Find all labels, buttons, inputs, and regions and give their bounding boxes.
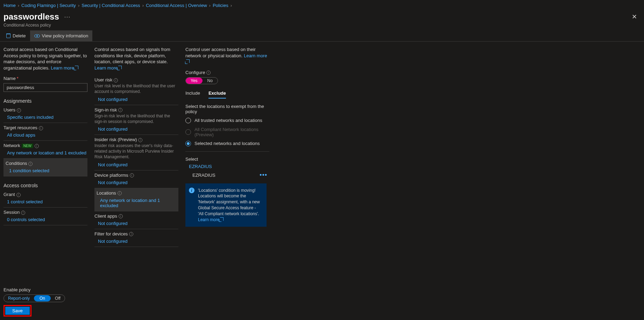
page-subtitle: Conditional Access policy [0, 23, 644, 30]
delete-button[interactable]: Delete [2, 30, 30, 41]
external-link-icon [186, 59, 190, 63]
policy-name-input[interactable] [3, 83, 87, 92]
session-link[interactable]: 0 controls selected [7, 217, 45, 222]
network-link[interactable]: Any network or location and 1 excluded [7, 150, 86, 155]
external-link-icon [118, 66, 122, 69]
column-conditions: Control access based on signals from con… [94, 46, 178, 247]
policy-description: Control access based on Conditional Acce… [3, 46, 87, 71]
learn-more-link[interactable]: Learn more [51, 65, 78, 71]
device-platforms-section[interactable]: Device platforms Not configured [94, 170, 178, 188]
insider-risk-section[interactable]: Insider risk (Preview) Insider risk asse… [94, 135, 178, 170]
target-resources-link[interactable]: All cloud apps [7, 132, 35, 138]
close-icon[interactable]: ✕ [628, 11, 641, 23]
toolbar: Delete View policy information [0, 30, 644, 42]
name-label: Name* [3, 76, 87, 81]
tab-exclude[interactable]: Exclude [208, 90, 226, 99]
conditions-section[interactable]: Conditions 1 condition selected [3, 159, 87, 176]
footer: Enable policy Report-only On Off Save [3, 287, 65, 317]
info-banner: i 'Locations' condition is moving! Locat… [185, 183, 267, 227]
external-link-icon [75, 66, 78, 69]
breadcrumb-item[interactable]: Policies [213, 3, 228, 8]
eye-icon [34, 34, 40, 38]
info-icon[interactable] [17, 108, 21, 112]
external-link-icon [220, 217, 224, 221]
configure-yes[interactable]: Yes [186, 78, 203, 84]
more-menu-icon[interactable]: ⋯ [64, 13, 70, 21]
save-highlight: Save [3, 305, 31, 317]
locations-link[interactable]: Any network or location and 1 excluded [100, 198, 160, 208]
filter-devices-link[interactable]: Not configured [98, 239, 128, 244]
signin-risk-section[interactable]: Sign-in risk Sign-in risk level is the l… [94, 105, 178, 135]
access-controls-heading: Access controls [3, 183, 87, 188]
selected-location-row: EZRADIUS ••• [185, 169, 269, 181]
info-icon[interactable] [118, 108, 122, 112]
radio-selected-networks[interactable]: Selected networks and locations [185, 141, 269, 146]
save-button[interactable]: Save [5, 307, 30, 315]
radio-compliant-network: All Compliant Network locations (Preview… [185, 127, 269, 137]
insider-risk-link[interactable]: Not configured [98, 162, 128, 167]
radio-icon [185, 129, 191, 135]
locations-section[interactable]: Locations Any network or location and 1 … [94, 188, 178, 211]
breadcrumb-item[interactable]: Security | Conditional Access [82, 3, 140, 8]
learn-more-link[interactable]: Learn more [94, 65, 122, 71]
configure-toggle[interactable]: Yes No [185, 77, 218, 84]
tab-include[interactable]: Include [185, 90, 200, 99]
breadcrumb: Home› Coding Flamingo | Security› Securi… [0, 0, 644, 9]
exempt-heading: Select the locations to exempt from the … [185, 104, 269, 114]
info-icon[interactable] [114, 78, 118, 82]
configure-no[interactable]: No [203, 78, 218, 84]
info-icon[interactable] [39, 126, 43, 130]
client-apps-link[interactable]: Not configured [98, 221, 128, 226]
include-exclude-tabs: Include Exclude [185, 90, 269, 99]
grant-section[interactable]: Grant 1 control selected [3, 190, 87, 208]
conditions-link[interactable]: 1 condition selected [9, 168, 49, 173]
info-icon[interactable] [118, 191, 122, 195]
client-apps-section[interactable]: Client apps Not configured [94, 211, 178, 229]
radio-all-trusted[interactable]: All trusted networks and locations [185, 118, 269, 123]
user-risk-section[interactable]: User risk User risk level is the likelih… [94, 75, 178, 105]
toggle-report-only[interactable]: Report-only [4, 295, 34, 301]
radio-icon [185, 118, 191, 123]
breadcrumb-item[interactable]: Conditional Access | Overview [146, 3, 207, 8]
info-icon: i [189, 188, 194, 193]
grant-link[interactable]: 1 control selected [7, 199, 43, 204]
trash-icon [6, 34, 10, 38]
info-icon[interactable] [206, 71, 211, 75]
toggle-on[interactable]: On [34, 295, 51, 301]
column-locations: Control user access based on their netwo… [185, 46, 269, 247]
signin-risk-link[interactable]: Not configured [98, 126, 128, 132]
configure-label: Configure [185, 70, 269, 75]
info-icon[interactable] [129, 232, 133, 236]
network-section[interactable]: NetworkNEW Any network or location and 1… [3, 141, 87, 159]
session-section[interactable]: Session 0 controls selected [3, 208, 87, 225]
users-link[interactable]: Specific users included [7, 115, 54, 120]
breadcrumb-item[interactable]: Coding Flamingo | Security [21, 3, 76, 8]
enable-policy-label: Enable policy [3, 287, 65, 292]
selected-location-name: EZRADIUS [192, 173, 215, 178]
row-more-icon[interactable]: ••• [260, 174, 267, 176]
target-resources-section[interactable]: Target resources All cloud apps [3, 123, 87, 141]
info-icon[interactable] [16, 193, 21, 197]
info-icon[interactable] [35, 144, 39, 148]
info-icon[interactable] [28, 162, 33, 166]
filter-devices-section[interactable]: Filter for devices Not configured [94, 229, 178, 247]
new-badge: NEW [22, 144, 33, 148]
conditions-description: Control access based on signals from con… [94, 46, 178, 71]
column-policy: Control access based on Conditional Acce… [3, 46, 87, 247]
select-link[interactable]: EZRADIUS [189, 164, 212, 169]
banner-learn-more[interactable]: Learn more [198, 217, 224, 222]
info-icon[interactable] [119, 214, 123, 218]
info-icon[interactable] [21, 211, 25, 215]
assignments-heading: Assignments [3, 98, 87, 104]
info-icon[interactable] [130, 173, 134, 177]
enable-policy-toggle[interactable]: Report-only On Off [3, 294, 65, 302]
info-icon[interactable] [138, 138, 142, 142]
breadcrumb-home[interactable]: Home [3, 3, 16, 8]
toggle-off[interactable]: Off [51, 295, 65, 301]
device-platforms-link[interactable]: Not configured [98, 180, 128, 185]
user-risk-link[interactable]: Not configured [98, 97, 128, 102]
page-title: passwordless [3, 12, 59, 22]
view-policy-info-button[interactable]: View policy information [30, 30, 93, 41]
select-label: Select [185, 157, 269, 162]
users-section[interactable]: Users Specific users included [3, 105, 87, 123]
